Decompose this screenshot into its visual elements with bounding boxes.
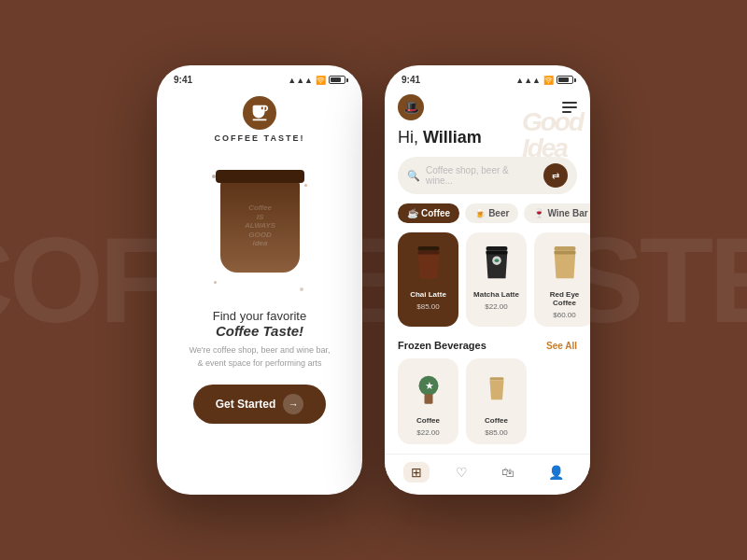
get-started-label: Get Started [216,398,276,411]
greeting-text: Hi, William [398,128,482,147]
phones-container: 9:41 ▲▲▲ 🛜 COFFEE TASTE! [157,65,590,495]
coffee-tab-label: Coffee [421,208,450,218]
svg-rect-3 [486,251,507,255]
matcha-latte-img [477,240,516,287]
cup-icon [249,103,270,123]
svg-rect-6 [554,251,575,255]
frozen-1-img: ★ [409,366,448,413]
favorites-nav-icon: ♡ [456,465,468,480]
frozen-2-img [477,366,516,413]
chai-name: Chai Latte [410,290,446,299]
matcha-name: Matcha Latte [473,290,519,299]
frozen-2-price: $85.00 [485,428,507,437]
frozen-section-header: Frozen Beverages See All [398,340,577,351]
search-placeholder: Coffee shop, beer & wine... [426,165,538,186]
time-1: 9:41 [174,75,192,85]
nav-favorites[interactable]: ♡ [448,462,475,483]
wine-tab-label: Wine Bar [547,208,587,218]
svg-rect-2 [486,246,507,251]
matcha-price: $22.00 [485,302,507,311]
svg-rect-0 [417,246,439,251]
app-name: COFFEE TASTE! [215,133,305,143]
svg-rect-5 [554,246,575,251]
status-bar-2: 9:41 ▲▲▲ 🛜 [385,65,590,89]
category-tab-coffee[interactable]: ☕ Coffee [398,203,459,223]
redeye-cup-icon [547,241,583,286]
coffee-tab-icon: ☕ [407,208,418,218]
wifi-icon-2: 🛜 [543,76,554,85]
beer-tab-icon: 🍺 [474,208,486,218]
frozen-product-1[interactable]: ★ Coffee $22.00 [398,358,458,444]
status-bar-1: 9:41 ▲▲▲ 🛜 [157,65,362,89]
profile-nav-icon: 👤 [548,465,564,480]
redeye-price: $60.00 [553,311,575,319]
frozen-1-name: Coffee [416,416,440,425]
svg-text:★: ★ [424,380,433,391]
frozen-2-name: Coffee [485,416,508,425]
phone-splash: 9:41 ▲▲▲ 🛜 COFFEE TASTE! [157,65,362,495]
category-tab-winebar[interactable]: 🍷 Wine Bar [524,203,590,223]
search-submit-icon: ⇄ [552,171,559,181]
search-icon: 🔍 [407,170,420,182]
bottom-nav: ⊞ ♡ 🛍 👤 [385,454,590,490]
bg-idea-text: Good Idea [522,109,583,161]
svg-rect-9 [424,394,432,404]
tagline-find: Find your favorite [213,309,306,323]
splash-description: We're coffee shop, beer and wine bar, & … [190,344,331,370]
frozen-1-price: $22.00 [416,428,439,437]
greeting-section: Good Idea Hi, William [385,128,590,157]
signal-icon: ▲▲▲ [288,76,313,85]
phone-home: 9:41 ▲▲▲ 🛜 🎩 Good Idea Hi, William [385,65,590,495]
tagline-brand: Coffee Taste! [213,323,306,339]
signal-icon-2: ▲▲▲ [515,76,541,85]
redeye-coffee-img [545,240,585,287]
chai-cup-icon [411,241,446,286]
frozen-2-cup-icon [483,371,511,407]
frozen-section-title: Frozen Beverages [398,340,486,351]
search-bar[interactable]: 🔍 Coffee shop, beer & wine... ⇄ [398,157,577,194]
svg-rect-10 [489,377,503,380]
user-name: William [423,128,482,147]
category-tab-beer[interactable]: 🍺 Beer [465,203,518,223]
wine-tab-icon: 🍷 [533,208,544,218]
nav-home[interactable]: ⊞ [403,462,430,483]
frozen-see-all[interactable]: See All [546,341,577,351]
nav-cart[interactable]: 🛍 [494,462,522,483]
time-2: 9:41 [402,75,420,85]
product-card-redeye[interactable]: Red Eye Coffee $60.00 [534,232,590,327]
status-icons-2: ▲▲▲ 🛜 [515,76,573,85]
app-logo-icon [243,96,276,130]
chai-latte-img [409,240,448,287]
cart-nav-icon: 🛍 [501,465,514,480]
product-card-chai[interactable]: Chai Latte $85.00 [398,232,458,327]
product-card-matcha[interactable]: Matcha Latte $22.00 [466,232,527,327]
get-started-button[interactable]: Get Started → [193,385,327,424]
splash-illustration: CoffeeISALWAYSGOODidea [190,156,330,305]
main-scroll[interactable]: Chai Latte $85.00 [385,232,590,454]
chai-price: $85.00 [416,302,439,311]
status-icons-1: ▲▲▲ 🛜 [288,76,345,85]
arrow-icon: → [283,394,303,414]
wifi-icon: 🛜 [316,76,326,85]
home-content: 🎩 Good Idea Hi, William 🔍 Coffee shop, b… [385,89,590,490]
battery-icon [329,76,345,84]
nav-profile[interactable]: 👤 [541,462,571,483]
featured-products-row: Chai Latte $85.00 [398,232,577,327]
beer-tab-label: Beer [488,208,509,218]
app-logo: COFFEE TASTE! [215,96,305,143]
home-nav-icon: ⊞ [411,465,422,480]
avatar[interactable]: 🎩 [398,94,424,120]
redeye-name: Red Eye Coffee [542,290,587,307]
frozen-1-cup-icon: ★ [415,371,443,407]
splash-content: COFFEE TASTE! CoffeeISALWAYSGOODidea [157,89,362,490]
splash-tagline: Find your favorite Coffee Taste! [213,309,306,339]
frozen-product-2[interactable]: Coffee $85.00 [466,358,527,444]
category-tabs: ☕ Coffee 🍺 Beer 🍷 Wine Bar 🎫 [385,203,590,223]
battery-icon-2 [557,76,573,84]
search-submit-button[interactable]: ⇄ [543,163,568,188]
frozen-products-row: ★ Coffee $22.00 [398,358,577,444]
svg-rect-1 [417,251,439,255]
matcha-cup-icon [479,241,514,286]
